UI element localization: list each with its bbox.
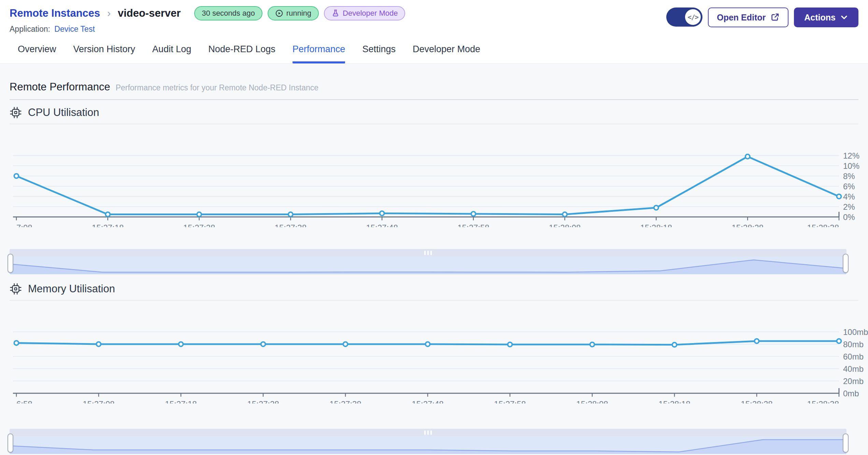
external-link-icon (770, 13, 780, 22)
status-label: running (286, 9, 311, 18)
memory-chart-brush[interactable] (10, 429, 846, 454)
memory-section-title: Memory Utilisation (28, 283, 115, 295)
last-seen-badge: 30 seconds ago (194, 6, 262, 20)
developer-mode-toggle[interactable]: </> (666, 8, 702, 27)
svg-text:15:28:18: 15:28:18 (640, 223, 672, 227)
svg-text:100mb: 100mb (843, 327, 868, 337)
tab-developer-mode[interactable]: Developer Mode (413, 44, 480, 63)
flask-icon (331, 9, 340, 17)
developer-mode-badge: Developer Mode (324, 6, 405, 20)
svg-text:15:27:38: 15:27:38 (329, 399, 361, 403)
svg-text:15:27:58: 15:27:58 (494, 399, 526, 403)
tab-settings[interactable]: Settings (362, 44, 396, 63)
actions-button[interactable]: Actions (794, 8, 858, 27)
svg-text:15:28:08: 15:28:08 (549, 223, 581, 227)
page-header: Remote Instances › video-server 30 secon… (0, 0, 868, 36)
svg-text:15:27:08: 15:27:08 (83, 399, 114, 403)
performance-panel: Remote Performance Performance metrics f… (0, 64, 868, 454)
svg-text:0mb: 0mb (843, 389, 859, 398)
svg-text:2%: 2% (843, 202, 855, 211)
brush-track (10, 429, 846, 436)
memory-chart: 0mb20mb40mb60mb80mb100mb6:5815:27:0815:2… (10, 301, 868, 403)
cpu-chart-brush[interactable] (10, 249, 846, 274)
svg-text:15:28:28: 15:28:28 (732, 223, 764, 227)
application-link[interactable]: Device Test (54, 25, 95, 33)
brush-handle-right[interactable] (843, 254, 849, 273)
instance-name: video-server (118, 7, 181, 19)
svg-text:15:27:58: 15:27:58 (457, 223, 489, 227)
page-title: Remote Performance (10, 81, 110, 93)
breadcrumb-separator: › (107, 7, 111, 19)
tab-bar: Overview Version History Audit Log Node-… (0, 36, 868, 64)
play-circle-icon (275, 9, 283, 17)
svg-text:0%: 0% (843, 212, 855, 222)
svg-text:15:28:08: 15:28:08 (576, 399, 608, 403)
svg-text:40mb: 40mb (843, 364, 864, 373)
open-editor-button[interactable]: Open Editor (708, 8, 788, 27)
svg-text:15:28:38: 15:28:38 (807, 399, 839, 403)
last-seen-label: 30 seconds ago (202, 9, 255, 18)
brush-handle-left[interactable] (8, 434, 13, 453)
svg-text:60mb: 60mb (843, 352, 864, 361)
svg-text:15:27:28: 15:27:28 (183, 223, 215, 227)
developer-mode-label: Developer Mode (343, 9, 398, 18)
divider (10, 124, 858, 124)
tab-node-red-logs[interactable]: Node-RED Logs (208, 44, 275, 63)
svg-text:15:27:18: 15:27:18 (92, 223, 124, 227)
svg-text:6:58: 6:58 (16, 399, 32, 403)
application-label: Application: (10, 25, 50, 33)
svg-text:12%: 12% (843, 151, 859, 160)
status-badge: running (268, 6, 319, 20)
svg-text:20mb: 20mb (843, 377, 864, 386)
breadcrumb: Remote Instances › video-server (10, 7, 181, 19)
grip-icon[interactable] (424, 430, 432, 435)
svg-text:15:28:18: 15:28:18 (658, 399, 690, 403)
actions-label: Actions (804, 13, 836, 23)
svg-text:15:28:28: 15:28:28 (741, 399, 772, 403)
toggle-knob: </> (685, 9, 701, 25)
grip-icon[interactable] (424, 251, 432, 255)
page-subtitle: Performance metrics for your Remote Node… (116, 83, 318, 92)
svg-text:15:27:48: 15:27:48 (366, 223, 398, 227)
chip-icon (10, 283, 22, 295)
brush-minimap (10, 256, 846, 274)
cpu-section-title: CPU Utilisation (28, 106, 99, 119)
svg-text:15:27:48: 15:27:48 (412, 399, 443, 403)
svg-text:6%: 6% (843, 182, 855, 191)
breadcrumb-link-remote-instances[interactable]: Remote Instances (10, 7, 100, 19)
tab-performance[interactable]: Performance (293, 44, 345, 63)
svg-text:4%: 4% (843, 192, 855, 201)
svg-text:80mb: 80mb (843, 340, 864, 349)
open-editor-label: Open Editor (717, 13, 766, 23)
svg-text:15:27:18: 15:27:18 (165, 399, 197, 403)
cpu-chart: 0%2%4%6%8%10%12%7:0815:27:1815:27:2815:2… (10, 125, 868, 227)
code-icon: </> (688, 13, 698, 21)
svg-text:15:28:38: 15:28:38 (807, 223, 839, 227)
svg-text:10%: 10% (843, 161, 859, 171)
chip-icon (10, 106, 22, 119)
divider (10, 99, 858, 100)
tab-audit-log[interactable]: Audit Log (152, 44, 191, 63)
svg-text:15:27:38: 15:27:38 (275, 223, 307, 227)
tab-overview[interactable]: Overview (18, 44, 56, 63)
svg-text:7:08: 7:08 (16, 223, 32, 227)
tab-version-history[interactable]: Version History (73, 44, 136, 63)
svg-text:8%: 8% (843, 172, 855, 181)
brush-handle-right[interactable] (843, 434, 849, 453)
chevron-down-icon (840, 13, 848, 21)
brush-minimap (10, 436, 846, 454)
cpu-section-header: CPU Utilisation (10, 105, 858, 120)
memory-section-header: Memory Utilisation (10, 282, 858, 296)
brush-track (10, 249, 846, 256)
divider (10, 300, 858, 300)
brush-handle-left[interactable] (8, 254, 13, 273)
svg-text:15:27:28: 15:27:28 (247, 399, 279, 403)
